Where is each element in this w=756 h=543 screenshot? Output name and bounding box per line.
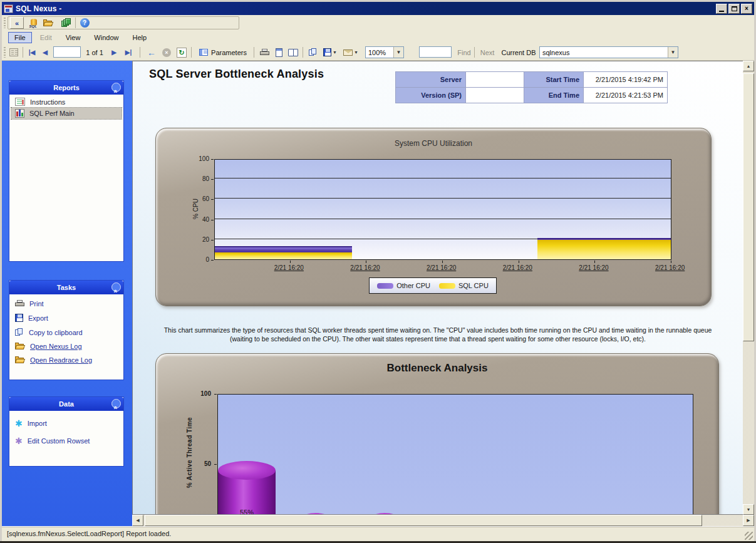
x-tick-label[interactable]: 2/21 16:20	[503, 264, 532, 271]
collapse-sidebar-button[interactable]: «	[10, 17, 24, 29]
window-title: SQL Nexus -	[16, 4, 61, 13]
x-tick-mark	[442, 261, 443, 263]
back-button[interactable]: ←	[145, 46, 158, 58]
vertical-scroll-thumb[interactable]	[743, 73, 754, 341]
edit-rowset-gear-icon: ✱	[15, 437, 23, 445]
y-tick-mark	[211, 240, 214, 240]
document-map-toggle-icon[interactable]	[7, 46, 21, 58]
y-tick-mark	[211, 159, 214, 160]
open-folder-icon[interactable]	[41, 17, 55, 29]
zoom-select[interactable]: 100% ▼	[365, 46, 404, 58]
toolbar-grip[interactable]	[4, 18, 6, 28]
x-tick-mark	[290, 261, 291, 263]
start-time-value: 2/21/2015 4:19:42 PM	[584, 72, 668, 88]
parameters-button[interactable]: Parameters	[195, 46, 251, 58]
print-button[interactable]	[257, 46, 271, 58]
task-open-nexus-log[interactable]: Open Nexus Log	[11, 341, 122, 351]
toolbar-separator	[254, 47, 254, 58]
x-tick-label[interactable]: 2/21 16:20	[350, 264, 380, 271]
collapse-chevron-icon[interactable]: «	[111, 83, 121, 92]
current-db-dropdown-arrow[interactable]: ▼	[668, 47, 678, 58]
minimize-button[interactable]	[716, 4, 727, 14]
copy-button[interactable]	[306, 46, 320, 58]
maximize-button[interactable]	[728, 4, 740, 14]
cpu-plot-area	[214, 159, 671, 260]
menu-file[interactable]: File	[8, 32, 32, 43]
parameters-label: Parameters	[211, 49, 247, 56]
y-tick-label: 40	[189, 216, 209, 223]
y-tick-mark	[211, 260, 214, 261]
table-row: Server Start Time 2/21/2015 4:19:42 PM	[396, 72, 668, 88]
resize-grip[interactable]	[745, 532, 753, 540]
task-open-readrace-log[interactable]: Open Readrace Log	[11, 355, 122, 365]
collapse-chevron-icon[interactable]: «	[111, 282, 121, 292]
scroll-right-button[interactable]: ▶	[743, 515, 754, 526]
y-tick-label: 0	[189, 256, 209, 263]
scroll-left-button[interactable]: ◀	[132, 515, 143, 526]
sql-database-icon[interactable]: SQL	[26, 17, 40, 29]
legend-item: SQL CPU	[439, 282, 489, 289]
save-export-button[interactable]: ▼	[321, 46, 339, 58]
vertical-scrollbar[interactable]: ▲ ▼	[743, 61, 754, 515]
main-toolbar: « SQL ?	[2, 15, 754, 31]
page-setup-button[interactable]	[286, 46, 300, 58]
last-page-button[interactable]: ▶|	[122, 46, 135, 58]
data-edit-custom-rowset[interactable]: ✱ Edit Custom Rowset	[11, 435, 122, 447]
close-button[interactable]: ×	[741, 4, 752, 14]
previous-page-button[interactable]: ◀	[39, 46, 51, 58]
page-number-input[interactable]	[53, 46, 81, 58]
data-panel: Data « ✱ Import ✱ Edit Custom Rowset	[9, 396, 124, 467]
menu-view[interactable]: View	[60, 33, 86, 43]
zoom-dropdown-arrow[interactable]: ▼	[393, 47, 403, 58]
toolbar-separator	[23, 47, 23, 58]
task-copy-to-clipboard[interactable]: Copy to clipboard	[11, 327, 122, 338]
x-tick-mark	[519, 261, 519, 263]
find-next-button[interactable]: Next	[478, 46, 497, 58]
current-db-value: sqlnexus	[540, 49, 668, 56]
area-segment-sql-cpu	[215, 252, 352, 259]
find-input[interactable]	[419, 46, 452, 58]
stop-button[interactable]: ×	[160, 46, 173, 58]
x-tick-label[interactable]: 2/21 16:20	[427, 264, 456, 271]
copy-stack-icon[interactable]	[59, 17, 73, 29]
status-text: [sqlnexus.fmNexus.SelectLoadReport] Repo…	[7, 530, 171, 537]
x-tick-label[interactable]: 2/21 16:20	[274, 264, 304, 271]
gridline	[215, 219, 671, 219]
x-tick-label[interactable]: 2/21 16:20	[655, 264, 685, 271]
main-area: Reports « Instructions SQL Perf Main	[2, 61, 754, 526]
collapse-chevron-icon[interactable]: «	[111, 399, 121, 408]
sidebar-item-instructions[interactable]: Instructions	[11, 96, 122, 107]
refresh-button[interactable]: ↻	[175, 46, 189, 58]
reports-panel-header: Reports «	[9, 81, 123, 95]
horizontal-scroll-thumb[interactable]	[145, 515, 702, 526]
task-print[interactable]: Print	[11, 299, 122, 309]
scroll-down-button[interactable]: ▼	[743, 504, 754, 515]
next-page-button[interactable]: ▶	[108, 46, 120, 58]
task-export[interactable]: Export	[11, 313, 122, 323]
legend-label: Other CPU	[396, 282, 430, 289]
report-toolbar-grip[interactable]	[4, 47, 6, 58]
import-gear-icon: ✱	[15, 419, 23, 428]
menu-edit[interactable]: Edit	[34, 33, 58, 43]
report-description: This chart summarizes the type of resour…	[133, 326, 743, 343]
menu-help[interactable]: Help	[127, 33, 152, 43]
first-page-button[interactable]: |◀	[26, 46, 38, 58]
report-toolbar: |◀ ◀ 1 of 1 ▶ ▶| ← × ↻ Parameters ▼ ▼ 10…	[2, 44, 754, 61]
print-layout-button[interactable]	[272, 46, 285, 58]
send-mail-button[interactable]: ▼	[341, 46, 360, 58]
current-db-label: Current DB	[499, 46, 538, 58]
reports-panel: Reports « Instructions SQL Perf Main	[9, 80, 124, 262]
help-icon[interactable]: ?	[78, 17, 91, 29]
menu-window[interactable]: Window	[88, 33, 124, 43]
scroll-up-button[interactable]: ▲	[743, 61, 754, 71]
report-info-table: Server Start Time 2/21/2015 4:19:42 PM V…	[395, 71, 668, 103]
sidebar-item-sql-perf-main[interactable]: SQL Perf Main	[11, 108, 122, 119]
x-tick-label[interactable]: 2/21 16:20	[579, 264, 608, 271]
bar-value-label: 55%	[240, 509, 254, 515]
find-button[interactable]: Find	[455, 46, 473, 58]
menu-bar: File Edit View Window Help	[2, 31, 754, 44]
page-count-label: 1 of 1	[83, 46, 106, 58]
horizontal-scrollbar[interactable]: ◀ ▶	[132, 515, 754, 526]
current-db-select[interactable]: sqlnexus ▼	[539, 46, 678, 58]
data-import[interactable]: ✱ Import	[11, 418, 122, 429]
